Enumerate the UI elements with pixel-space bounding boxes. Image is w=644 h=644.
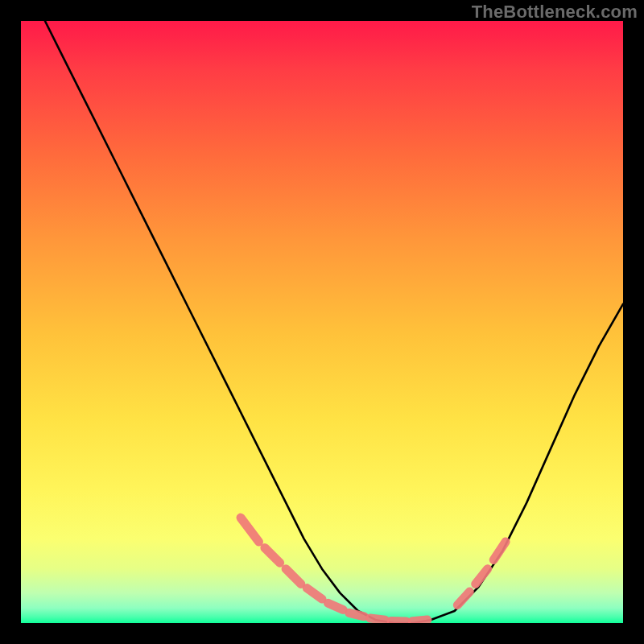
chart-svg — [21, 21, 623, 623]
plot-area — [21, 21, 623, 623]
watermark-text: TheBottleneck.com — [472, 2, 638, 23]
highlight-dashes — [241, 518, 506, 621]
bottleneck-curve — [45, 21, 623, 623]
outer-frame: TheBottleneck.com — [0, 0, 644, 644]
